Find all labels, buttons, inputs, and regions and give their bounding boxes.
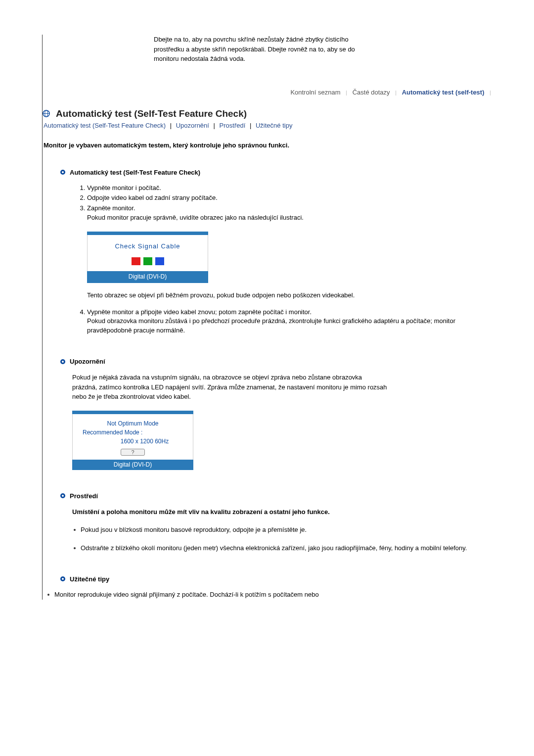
osd-footer: Digital (DVI-D) bbox=[87, 271, 208, 283]
svg-point-6 bbox=[62, 361, 64, 363]
section-heading-warning: Upozornění bbox=[70, 358, 105, 365]
step-3-line2: Pokud monitor pracuje správně, uvidíte o… bbox=[87, 214, 304, 221]
section-heading-environment: Prostředí bbox=[70, 492, 98, 500]
osd-not-optimum: Not Optimum Mode Recommended Mode : 1600… bbox=[72, 411, 193, 470]
svg-point-8 bbox=[62, 495, 64, 497]
osd-check-signal: Check Signal Cable Digital (DVI-D) bbox=[87, 232, 208, 283]
anchor-links: Automatický test (Self-Test Feature Chec… bbox=[43, 122, 492, 129]
osd-help-button: ? bbox=[121, 449, 144, 456]
env-bullet-1: Pokud jsou v blízkosti monitoru basové r… bbox=[74, 525, 492, 535]
main-heading-row: Automatický test (Self-Test Feature Chec… bbox=[43, 108, 492, 119]
preceding-paragraph: Dbejte na to, aby na povrchu skříně nezů… bbox=[154, 35, 361, 64]
osd-color-green bbox=[143, 257, 152, 265]
globe-icon bbox=[43, 110, 50, 117]
svg-point-10 bbox=[62, 578, 64, 580]
tab-selftest[interactable]: Automatický test (self-test) bbox=[400, 89, 487, 96]
tab-separator: | bbox=[345, 90, 348, 95]
step-3-line1: Zapněte monitor. bbox=[87, 204, 135, 212]
section-heading-tips: Užitečné tipy bbox=[70, 575, 109, 583]
link-separator: | bbox=[211, 122, 218, 129]
bullet-icon bbox=[60, 169, 66, 175]
post-osd-text: Tento obrazec se objeví při běžném provo… bbox=[87, 290, 399, 300]
osd-line3: 1600 x 1200 60Hz bbox=[77, 437, 189, 446]
bullet-icon bbox=[60, 493, 66, 499]
step-1: Vypněte monitor i počítač. bbox=[87, 184, 492, 193]
step-4-line1: Vypněte monitor a připojte video kabel z… bbox=[87, 308, 312, 316]
env-bullet-2: Odstraňte z blízkého okolí monitoru (jed… bbox=[74, 544, 492, 553]
osd-line1: Not Optimum Mode bbox=[107, 420, 158, 427]
bullet-icon bbox=[60, 359, 66, 365]
tab-separator: | bbox=[394, 90, 398, 95]
svg-point-4 bbox=[62, 171, 64, 173]
environment-bold: Umístění a poloha monitoru může mít vliv… bbox=[72, 507, 379, 517]
step-3: Zapněte monitor. Pokud monitor pracuje s… bbox=[87, 204, 492, 300]
tab-bar: Kontrolní seznam | Časté dotazy | Automa… bbox=[43, 89, 492, 96]
osd-color-blue bbox=[155, 257, 164, 265]
link-separator: | bbox=[168, 122, 174, 129]
step-4: Vypněte monitor a připojte video kabel z… bbox=[87, 308, 492, 336]
link-environment[interactable]: Prostředí bbox=[220, 122, 246, 129]
step-4-line2: Pokud obrazovka monitoru zůstává i po př… bbox=[87, 317, 455, 334]
link-selftest[interactable]: Automatický test (Self-Test Feature Chec… bbox=[44, 122, 166, 129]
osd-footer: Digital (DVI-D) bbox=[72, 460, 193, 470]
section-heading-selftest: Automatický test (Self-Test Feature Chec… bbox=[70, 169, 200, 176]
tab-separator: | bbox=[489, 90, 492, 95]
link-warning[interactable]: Upozornění bbox=[176, 122, 209, 129]
warning-text: Pokud je nějaká závada na vstupním signá… bbox=[72, 373, 389, 402]
link-tips[interactable]: Užitečné tipy bbox=[256, 122, 292, 129]
link-separator: | bbox=[247, 122, 254, 129]
osd-line2: Recommended Mode : bbox=[77, 428, 189, 437]
bullet-icon bbox=[60, 576, 66, 582]
page-title: Automatický test (Self-Test Feature Chec… bbox=[56, 108, 247, 119]
step-2: Odpojte video kabel od zadní strany počí… bbox=[87, 193, 492, 203]
tab-checklist[interactable]: Kontrolní seznam bbox=[288, 89, 343, 96]
tab-faq[interactable]: Časté dotazy bbox=[350, 89, 393, 96]
tips-bullet-1: Monitor reprodukuje video signál přijíma… bbox=[47, 590, 492, 600]
osd-color-red bbox=[132, 257, 140, 265]
osd-message: Check Signal Cable bbox=[91, 242, 204, 251]
intro-text: Monitor je vybaven automatickým testem, … bbox=[43, 142, 492, 149]
